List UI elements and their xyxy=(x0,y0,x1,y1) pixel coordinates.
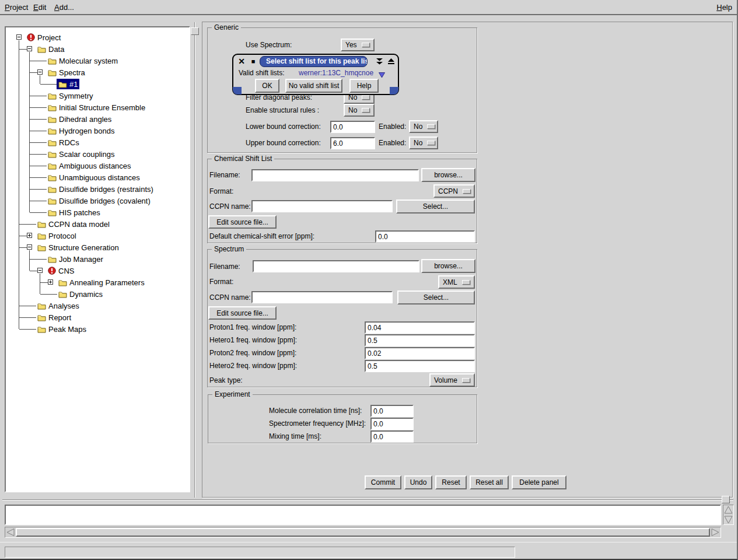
mixing-time-input[interactable] xyxy=(370,430,414,443)
tree-connector-line xyxy=(29,52,30,212)
arrow-left-icon[interactable] xyxy=(6,528,15,539)
csl-error-input[interactable] xyxy=(375,230,475,243)
tree-connector-line xyxy=(30,119,47,120)
shift-list-link[interactable]: werner:1:13C_hmqcnoe xyxy=(299,69,373,78)
csl-format-dropdown[interactable]: CCPN xyxy=(433,184,475,198)
tree-expand-icon[interactable] xyxy=(27,233,32,238)
tree-connector-line xyxy=(40,294,57,295)
undo-button[interactable]: Undo xyxy=(404,475,432,489)
menu-add[interactable]: Add... xyxy=(54,3,74,12)
dialog-no-valid-button[interactable]: No valid shift list xyxy=(285,79,342,93)
tree-item[interactable]: Dihedral angles xyxy=(46,114,113,124)
csl-ccpn-name-input[interactable] xyxy=(251,200,393,212)
use-spectrum-dropdown[interactable]: Yes xyxy=(341,38,375,51)
spectrometer-freq-input[interactable] xyxy=(370,418,414,430)
window-stick-icon[interactable] xyxy=(386,57,396,66)
spectrum-format-dropdown[interactable]: XML xyxy=(438,275,475,289)
lower-enabled-dropdown[interactable]: No xyxy=(409,120,438,133)
csl-browse-button[interactable]: browse... xyxy=(421,168,475,182)
upper-enabled-dropdown[interactable]: No xyxy=(409,136,438,149)
csl-filename-input[interactable] xyxy=(251,169,419,181)
tree-collapse-icon[interactable] xyxy=(16,34,22,40)
maximize-icon[interactable]: ■ xyxy=(249,57,258,66)
arrow-right-icon[interactable] xyxy=(711,528,720,539)
tree-item[interactable]: Scalar couplings xyxy=(46,149,116,159)
menu-project[interactable]: Project xyxy=(5,3,28,12)
tree-item[interactable]: HIS patches xyxy=(46,207,102,218)
tree-item[interactable]: Protocol xyxy=(36,230,78,241)
tree-item[interactable]: Ambiguous distances xyxy=(46,160,133,171)
correlation-time-input[interactable] xyxy=(370,405,414,417)
tree-collapse-icon[interactable] xyxy=(27,46,32,51)
spectrum-browse-button[interactable]: browse... xyxy=(421,259,475,273)
delete-panel-button[interactable]: Delete panel xyxy=(512,475,566,489)
tree-item[interactable]: Report xyxy=(36,312,73,323)
tree-item[interactable]: Peak Maps xyxy=(36,324,88,334)
tree-collapse-icon[interactable] xyxy=(37,268,43,273)
spectrum-ccpn-name-input[interactable] xyxy=(251,291,393,303)
tree-item-label: Annealing Parameters xyxy=(69,278,145,287)
chemical-shift-list-group: Chemical Shift List Filename: browse... … xyxy=(207,159,477,243)
scrollbar-thumb[interactable] xyxy=(16,528,710,537)
tree-item[interactable]: Hydrogen bonds xyxy=(46,125,116,136)
hetero1-input[interactable] xyxy=(365,334,475,346)
csl-edit-source-button[interactable]: Edit source file... xyxy=(208,215,277,229)
arrow-down-icon[interactable] xyxy=(724,515,733,526)
spectrum-edit-source-button[interactable]: Edit source file... xyxy=(208,306,277,320)
peak-type-dropdown[interactable]: Volume xyxy=(429,373,475,387)
tree-item[interactable]: CNS xyxy=(46,265,76,276)
reset-button[interactable]: Reset xyxy=(435,475,467,489)
project-tree-panel[interactable]: ProjectDataMolecular systemSpectra#1Symm… xyxy=(5,26,190,492)
tree-item[interactable]: #1 xyxy=(57,79,79,89)
proton2-input[interactable] xyxy=(365,347,475,359)
close-icon[interactable]: ✕ xyxy=(237,57,246,66)
tree-item[interactable]: Initial Structure Ensemble xyxy=(46,102,147,113)
tree-item[interactable]: Disulfide bridges (covalent) xyxy=(46,195,152,206)
log-output[interactable] xyxy=(5,505,721,525)
horizontal-sash-handle[interactable] xyxy=(722,496,730,503)
lower-bound-input[interactable] xyxy=(330,121,375,133)
tree-item[interactable]: Project xyxy=(25,32,62,43)
vertical-sash-handle[interactable] xyxy=(191,27,199,35)
tree-item[interactable]: Spectra xyxy=(46,67,87,78)
spectrum-select-button[interactable]: Select... xyxy=(397,290,475,304)
tree-connector-line xyxy=(29,250,30,271)
tree-item[interactable]: Disulfide bridges (restraints) xyxy=(46,184,155,194)
tree-item-label: Molecular system xyxy=(59,57,118,65)
hetero2-input[interactable] xyxy=(365,360,475,372)
tree-item[interactable]: Data xyxy=(36,44,66,54)
csl-select-button[interactable]: Select... xyxy=(396,200,475,214)
tree-item[interactable]: CCPN data model xyxy=(36,219,111,229)
log-vertical-scrollbar[interactable] xyxy=(723,505,734,525)
tree-item[interactable]: RDCs xyxy=(46,137,81,148)
structural-rules-dropdown[interactable]: No xyxy=(344,104,375,117)
tree-collapse-icon[interactable] xyxy=(37,69,43,75)
dialog-titlebar[interactable]: ✕ ■ Select shift list for this peak list xyxy=(233,56,398,68)
tree-collapse-icon[interactable] xyxy=(27,244,32,250)
tree-item[interactable]: Structure Generation xyxy=(36,242,121,253)
tree-item[interactable]: Annealing Parameters xyxy=(57,277,146,288)
dialog-help-button[interactable]: Help xyxy=(349,79,379,93)
tree-item[interactable]: Analyses xyxy=(36,300,81,311)
tree-item[interactable]: Molecular system xyxy=(46,55,120,66)
menu-help[interactable]: Help xyxy=(716,3,732,12)
spectrum-filename-input[interactable] xyxy=(253,260,419,272)
upper-bound-input[interactable] xyxy=(330,137,375,149)
tree-item[interactable]: Dynamics xyxy=(57,289,104,299)
tree-expand-icon[interactable] xyxy=(48,279,53,285)
reset-all-button[interactable]: Reset all xyxy=(470,475,509,489)
tree-item[interactable]: Unambiguous distances xyxy=(46,172,142,183)
dialog-ok-button[interactable]: OK xyxy=(255,79,279,93)
proton2-label: Proton2 freq. window [ppm]: xyxy=(209,349,296,358)
window-shade-icon[interactable] xyxy=(375,57,384,66)
commit-button[interactable]: Commit xyxy=(365,475,401,489)
dialog-corner xyxy=(390,87,398,94)
log-horizontal-scrollbar[interactable] xyxy=(5,527,721,538)
menu-edit[interactable]: Edit xyxy=(33,3,46,12)
proton1-input[interactable] xyxy=(365,321,475,334)
tree-item[interactable]: Job Manager xyxy=(46,254,105,264)
tree-item[interactable]: Symmetry xyxy=(46,90,95,101)
tree-item-label: CCPN data model xyxy=(48,220,110,229)
list-dropdown-icon[interactable] xyxy=(379,70,385,80)
tree-item-label: Project xyxy=(37,33,61,42)
